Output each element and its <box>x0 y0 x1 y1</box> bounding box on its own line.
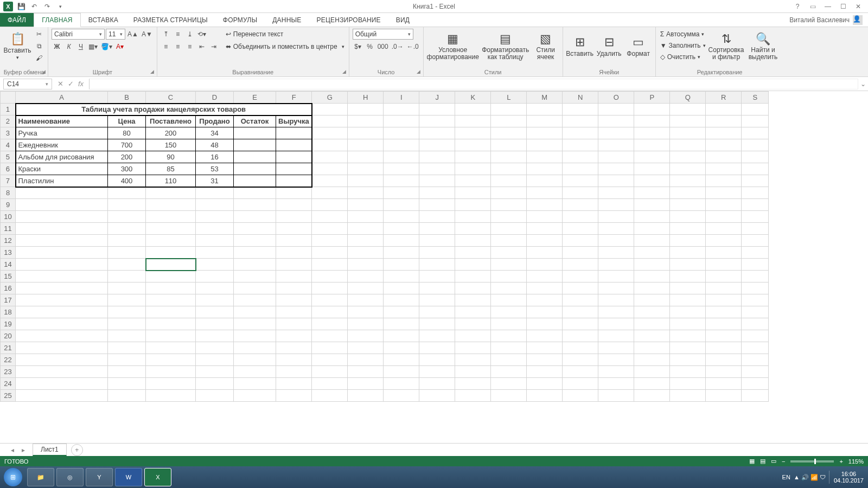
cell-M10[interactable] <box>527 211 563 223</box>
cell-N8[interactable] <box>563 187 598 199</box>
cell-G25[interactable] <box>312 390 348 402</box>
insert-cells-button[interactable]: ⊞Вставить <box>566 29 593 65</box>
cell-I8[interactable] <box>384 187 419 199</box>
cell-H18[interactable] <box>348 306 384 318</box>
cell-C6[interactable]: 85 <box>146 163 196 175</box>
cell-H5[interactable] <box>348 151 384 163</box>
cell-P15[interactable] <box>634 271 670 282</box>
cell-D3[interactable]: 34 <box>196 127 234 139</box>
cell-E3[interactable] <box>234 127 276 139</box>
cell-J14[interactable] <box>419 259 455 271</box>
cell-P24[interactable] <box>634 378 670 390</box>
delete-cells-button[interactable]: ⊟Удалить <box>596 29 623 65</box>
cell-F2[interactable]: Выручка <box>276 115 312 127</box>
cell-C3[interactable]: 200 <box>146 127 196 139</box>
cell-Q13[interactable] <box>670 247 706 259</box>
cell-E14[interactable] <box>234 259 276 271</box>
cell-J23[interactable] <box>419 366 455 378</box>
cell-M19[interactable] <box>527 318 563 330</box>
cell-E13[interactable] <box>234 247 276 259</box>
cell-H4[interactable] <box>348 139 384 151</box>
cell-O25[interactable] <box>598 390 634 402</box>
cell-Q8[interactable] <box>670 187 706 199</box>
cell-P22[interactable] <box>634 354 670 366</box>
help-button[interactable]: ? <box>792 3 803 10</box>
cell-C7[interactable]: 110 <box>146 175 196 187</box>
cell-M8[interactable] <box>527 187 563 199</box>
cell-A24[interactable] <box>16 378 108 390</box>
row-header-6[interactable]: 6 <box>1 163 16 175</box>
cell-J17[interactable] <box>419 294 455 306</box>
cell-H16[interactable] <box>348 282 384 294</box>
cell-S24[interactable] <box>742 378 769 390</box>
cell-C8[interactable] <box>146 187 196 199</box>
cell-M16[interactable] <box>527 282 563 294</box>
view-pagebreak-button[interactable]: ▭ <box>771 458 776 465</box>
cell-E5[interactable] <box>234 151 276 163</box>
cell-P4[interactable] <box>634 139 670 151</box>
cell-S19[interactable] <box>742 318 769 330</box>
cell-A7[interactable]: Пластилин <box>16 175 108 187</box>
cell-F8[interactable] <box>276 187 312 199</box>
cell-M1[interactable] <box>527 104 563 115</box>
cell-J2[interactable] <box>419 115 455 127</box>
cell-A9[interactable] <box>16 199 108 211</box>
cell-K10[interactable] <box>455 211 491 223</box>
cell-H15[interactable] <box>348 271 384 282</box>
cell-L7[interactable] <box>491 175 527 187</box>
cell-E9[interactable] <box>234 199 276 211</box>
cell-N1[interactable] <box>563 104 598 115</box>
row-header-5[interactable]: 5 <box>1 151 16 163</box>
cell-A25[interactable] <box>16 390 108 402</box>
cell-P18[interactable] <box>634 306 670 318</box>
cell-N2[interactable] <box>563 115 598 127</box>
cell-G7[interactable] <box>312 175 348 187</box>
cell-B8[interactable] <box>108 187 146 199</box>
cell-Q9[interactable] <box>670 199 706 211</box>
cell-M22[interactable] <box>527 354 563 366</box>
cell-L11[interactable] <box>491 223 527 235</box>
cell-L2[interactable] <box>491 115 527 127</box>
cell-B21[interactable] <box>108 342 146 354</box>
cell-E4[interactable] <box>234 139 276 151</box>
cell-K24[interactable] <box>455 378 491 390</box>
cell-P23[interactable] <box>634 366 670 378</box>
cell-I22[interactable] <box>384 354 419 366</box>
cell-I15[interactable] <box>384 271 419 282</box>
cell-E12[interactable] <box>234 235 276 247</box>
cell-E20[interactable] <box>234 330 276 342</box>
cell-F3[interactable] <box>276 127 312 139</box>
cell-R5[interactable] <box>706 151 742 163</box>
cell-J19[interactable] <box>419 318 455 330</box>
cell-A21[interactable] <box>16 342 108 354</box>
cell-O12[interactable] <box>598 235 634 247</box>
cell-J24[interactable] <box>419 378 455 390</box>
cell-H3[interactable] <box>348 127 384 139</box>
cell-O23[interactable] <box>598 366 634 378</box>
borders-button[interactable]: ▦▾ <box>87 41 99 52</box>
col-header-K[interactable]: K <box>455 92 491 104</box>
taskbar-excel[interactable]: X <box>144 468 171 486</box>
cell-A15[interactable] <box>16 271 108 282</box>
cell-D11[interactable] <box>196 223 234 235</box>
cell-C15[interactable] <box>146 271 196 282</box>
tray-icons[interactable]: ▲ 🔊 📶 🛡 <box>794 474 826 481</box>
cell-N21[interactable] <box>563 342 598 354</box>
cell-M23[interactable] <box>527 366 563 378</box>
cell-M14[interactable] <box>527 259 563 271</box>
row-header-15[interactable]: 15 <box>1 271 16 282</box>
cell-S3[interactable] <box>742 127 769 139</box>
cell-O10[interactable] <box>598 211 634 223</box>
cell-G17[interactable] <box>312 294 348 306</box>
cell-A3[interactable]: Ручка <box>16 127 108 139</box>
col-header-J[interactable]: J <box>419 92 455 104</box>
cell-N12[interactable] <box>563 235 598 247</box>
cell-D18[interactable] <box>196 306 234 318</box>
cell-B22[interactable] <box>108 354 146 366</box>
cell-B6[interactable]: 300 <box>108 163 146 175</box>
cell-S15[interactable] <box>742 271 769 282</box>
cell-F20[interactable] <box>276 330 312 342</box>
cancel-formula-button[interactable]: ✕ <box>58 80 63 88</box>
cell-J6[interactable] <box>419 163 455 175</box>
row-header-20[interactable]: 20 <box>1 330 16 342</box>
